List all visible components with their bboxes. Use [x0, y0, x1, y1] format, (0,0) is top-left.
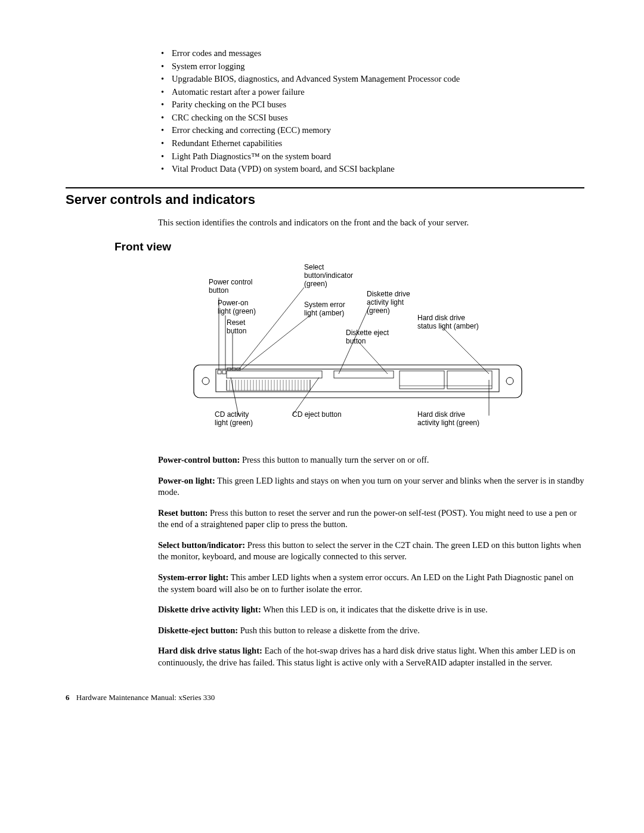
page-footer: 6 Hardware Maintenance Manual: xSeries 3…	[66, 692, 584, 703]
svg-text:Diskette drive: Diskette drive	[367, 290, 410, 298]
definition-item: Hard disk drive status light: Each of th…	[158, 645, 584, 668]
list-item: Parity checking on the PCI buses	[161, 99, 584, 111]
svg-text:CD eject button: CD eject button	[292, 410, 342, 419]
svg-text:button/indicator: button/indicator	[304, 271, 353, 280]
svg-text:button: button	[346, 337, 366, 345]
svg-text:(green): (green)	[304, 280, 327, 288]
definition-term: Diskette drive activity light:	[158, 605, 261, 614]
svg-rect-5	[334, 371, 394, 378]
list-item: Redundant Ethernet capabilities	[161, 138, 584, 150]
feature-bullet-list: Error codes and messages System error lo…	[66, 48, 584, 175]
definition-term: Power-on light:	[158, 476, 215, 485]
svg-point-1	[202, 377, 209, 385]
svg-rect-41	[218, 370, 221, 374]
list-item: CRC checking on the SCSI buses	[161, 112, 584, 124]
svg-rect-42	[222, 370, 226, 374]
definition-item: Diskette-eject button: Push this button …	[158, 625, 584, 637]
list-item: Light Path Diagnostics™ on the system bo…	[161, 151, 584, 163]
definition-term: System-error light:	[158, 572, 228, 582]
definition-item: Diskette drive activity light: When this…	[158, 604, 584, 616]
list-item: Upgradable BIOS, diagnostics, and Advanc…	[161, 73, 584, 85]
list-item: System error logging	[161, 61, 584, 73]
definition-desc: Press this button to manually turn the s…	[240, 455, 429, 465]
list-item: Automatic restart after a power failure	[161, 86, 584, 98]
svg-text:Select: Select	[304, 263, 324, 271]
svg-text:button: button	[209, 286, 228, 295]
front-view-figure: Power control button Power-on light (gre…	[191, 261, 525, 439]
svg-text:Power control: Power control	[209, 278, 252, 286]
svg-text:button: button	[227, 327, 246, 335]
svg-line-50	[242, 315, 310, 370]
definition-desc: When this LED is on, it indicates that t…	[261, 605, 488, 614]
definition-list: Power-control button: Press this button …	[158, 454, 584, 668]
svg-rect-6	[400, 371, 444, 389]
svg-text:Reset: Reset	[227, 318, 246, 327]
svg-text:activity light: activity light	[367, 298, 404, 306]
definition-item: Power-control button: Press this button …	[158, 454, 584, 466]
definition-item: Reset button: Press this button to reset…	[158, 507, 584, 531]
definition-term: Power-control button:	[158, 455, 240, 465]
subsection-heading: Front view	[114, 239, 584, 255]
svg-text:(green): (green)	[367, 306, 390, 315]
svg-line-53	[441, 326, 489, 374]
definition-desc: Push this button to release a diskette f…	[238, 625, 420, 635]
list-item: Error checking and correcting (ECC) memo…	[161, 125, 584, 137]
svg-text:CD activity: CD activity	[215, 410, 249, 419]
definition-item: Power-on light: This green LED lights an…	[158, 475, 584, 498]
footer-title: Hardware Maintenance Manual: xSeries 330	[76, 693, 215, 702]
svg-line-49	[239, 287, 304, 370]
svg-text:Hard disk drive: Hard disk drive	[417, 314, 465, 322]
definition-term: Diskette-eject button:	[158, 625, 238, 635]
definition-desc: This green LED lights and stays on when …	[158, 476, 584, 497]
list-item: Vital Product Data (VPD) on system board…	[161, 163, 584, 175]
svg-text:Diskette eject: Diskette eject	[346, 329, 389, 337]
svg-text:light (green): light (green)	[218, 307, 256, 315]
definition-term: Select button/indicator:	[158, 540, 245, 550]
svg-text:light (green): light (green)	[215, 419, 253, 427]
definition-desc: Press this button to reset the server an…	[158, 508, 577, 529]
svg-text:activity light (green): activity light (green)	[417, 419, 479, 427]
section-intro: This section identifies the controls and…	[158, 217, 584, 229]
svg-rect-0	[194, 365, 522, 398]
list-item: Error codes and messages	[161, 48, 584, 60]
svg-text:Power-on: Power-on	[218, 299, 248, 307]
svg-text:System error: System error	[304, 301, 345, 309]
definition-term: Hard disk drive status light:	[158, 646, 262, 655]
definition-item: Select button/indicator: Press this butt…	[158, 540, 584, 563]
definition-term: Reset button:	[158, 508, 208, 518]
section-rule	[66, 187, 584, 188]
svg-text:light (amber): light (amber)	[304, 309, 344, 317]
definition-item: System-error light: This amber LED light…	[158, 572, 584, 595]
svg-point-2	[506, 377, 513, 385]
svg-text:status light (amber): status light (amber)	[417, 322, 479, 330]
section-heading: Server controls and indicators	[66, 191, 584, 209]
svg-rect-7	[447, 371, 492, 389]
svg-rect-4	[227, 371, 322, 378]
page-number: 6	[66, 693, 70, 702]
svg-rect-3	[216, 369, 499, 392]
svg-text:Hard disk drive: Hard disk drive	[417, 410, 465, 419]
